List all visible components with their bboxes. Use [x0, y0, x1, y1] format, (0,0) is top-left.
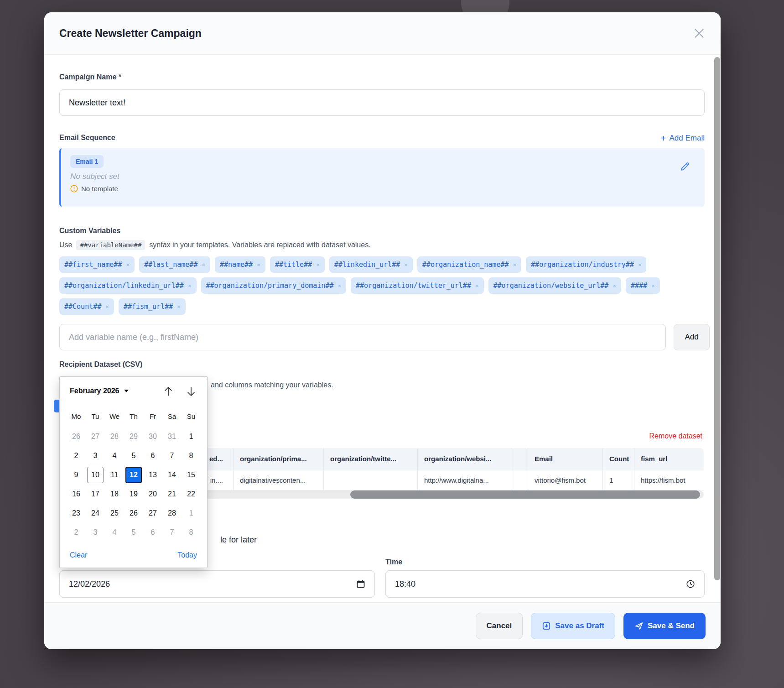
calendar-day[interactable]: 7: [162, 446, 182, 465]
calendar-day[interactable]: 18: [105, 485, 124, 504]
save-as-draft-button[interactable]: Save as Draft: [531, 613, 615, 639]
remove-variable-icon[interactable]: ×: [257, 261, 260, 268]
save-and-send-button[interactable]: Save & Send: [623, 613, 706, 639]
variable-chip: ####×: [626, 277, 660, 294]
remove-dataset-link[interactable]: Remove dataset: [649, 432, 702, 440]
calendar-day[interactable]: 28: [105, 427, 124, 446]
custom-variables-label: Custom Variables: [59, 227, 120, 235]
add-email-label: Add Email: [670, 134, 705, 143]
calendar-day[interactable]: 16: [67, 485, 86, 504]
calendar-day[interactable]: 9: [67, 465, 86, 485]
remove-variable-icon[interactable]: ×: [613, 282, 616, 289]
time-input[interactable]: 18:40: [385, 570, 705, 598]
variable-chip-label: ##organization_name##: [422, 261, 509, 269]
remove-variable-icon[interactable]: ×: [513, 261, 517, 268]
table-header-cell: Email: [528, 448, 603, 470]
cancel-button[interactable]: Cancel: [476, 613, 523, 639]
calendar-day[interactable]: 25: [105, 504, 124, 523]
calendar-day[interactable]: 22: [182, 485, 201, 504]
vertical-scrollbar-thumb[interactable]: [714, 57, 720, 580]
remove-variable-icon[interactable]: ×: [202, 261, 205, 268]
calendar-day[interactable]: 29: [124, 427, 143, 446]
calendar-day[interactable]: 12: [124, 465, 143, 485]
campaign-name-input[interactable]: [59, 89, 705, 116]
horizontal-scrollbar-thumb[interactable]: [350, 490, 700, 499]
calendar-day[interactable]: 19: [124, 485, 143, 504]
previous-month-arrow-icon[interactable]: [161, 384, 176, 399]
calendar-day[interactable]: 26: [124, 504, 143, 523]
hint-suffix: syntax in your templates. Variables are …: [149, 241, 370, 249]
email-subject-placeholder: No subject set: [70, 172, 696, 181]
add-email-button[interactable]: + Add Email: [661, 134, 705, 143]
calendar-day[interactable]: 31: [162, 427, 182, 446]
calendar-day[interactable]: 6: [143, 446, 162, 465]
calendar-day[interactable]: 1: [182, 504, 201, 523]
remove-variable-icon[interactable]: ×: [188, 282, 192, 289]
remove-variable-icon[interactable]: ×: [105, 303, 109, 310]
variable-chip: ##first_name##×: [59, 256, 135, 273]
calendar-clear-button[interactable]: Clear: [70, 551, 87, 559]
calendar-day[interactable]: 3: [86, 446, 105, 465]
remove-variable-icon[interactable]: ×: [177, 303, 181, 310]
calendar-day-headers: MoTuWeThFrSaSu: [67, 412, 201, 420]
calendar-day[interactable]: 11: [105, 465, 124, 485]
calendar-day[interactable]: 3: [86, 523, 105, 542]
edit-email-pencil-icon[interactable]: [680, 161, 691, 172]
calendar-day-header: Su: [182, 412, 201, 420]
calendar-day[interactable]: 5: [124, 446, 143, 465]
custom-variable-chips: ##first_name##×##last_name##×##name##×##…: [59, 256, 705, 315]
variable-chip: ##organization/linkedin_url##×: [59, 277, 197, 294]
date-input[interactable]: 12/02/2026: [59, 570, 375, 598]
calendar-day[interactable]: 2: [67, 446, 86, 465]
calendar-day[interactable]: 14: [162, 465, 182, 485]
time-label: Time: [385, 558, 402, 566]
variable-syntax-code: ##variableName##: [76, 240, 145, 250]
next-month-arrow-icon[interactable]: [184, 384, 198, 399]
remove-variable-icon[interactable]: ×: [337, 282, 341, 289]
close-icon[interactable]: [693, 27, 705, 39]
remove-variable-icon[interactable]: ×: [126, 261, 130, 268]
month-year-dropdown[interactable]: February 2026: [70, 387, 129, 395]
calendar-day[interactable]: 8: [182, 446, 201, 465]
clock-icon[interactable]: [686, 579, 695, 589]
add-variable-input[interactable]: [59, 324, 666, 350]
calendar-day[interactable]: 4: [105, 523, 124, 542]
table-cell: 1: [603, 470, 634, 490]
calendar-day-header: Mo: [67, 412, 86, 420]
calendar-day[interactable]: 27: [86, 427, 105, 446]
variable-chip: ##organization_name##×: [417, 256, 521, 273]
variable-chip: ##linkedin_url##×: [329, 256, 413, 273]
calendar-day[interactable]: 17: [86, 485, 105, 504]
remove-variable-icon[interactable]: ×: [638, 261, 642, 268]
calendar-day[interactable]: 20: [143, 485, 162, 504]
calendar-day[interactable]: 4: [105, 446, 124, 465]
add-variable-button[interactable]: Add: [674, 324, 710, 350]
remove-variable-icon[interactable]: ×: [316, 261, 320, 268]
calendar-day[interactable]: 23: [67, 504, 86, 523]
remove-variable-icon[interactable]: ×: [404, 261, 408, 268]
calendar-icon[interactable]: [356, 579, 365, 589]
campaign-name-label: Campaign Name *: [59, 73, 121, 81]
remove-variable-icon[interactable]: ×: [651, 282, 655, 289]
calendar-day[interactable]: 15: [182, 465, 201, 485]
calendar-day[interactable]: 30: [143, 427, 162, 446]
calendar-day[interactable]: 5: [124, 523, 143, 542]
plus-icon: +: [661, 134, 666, 143]
calendar-day[interactable]: 24: [86, 504, 105, 523]
variable-chip: ##title##×: [270, 256, 325, 273]
variable-chip: ##fism_url##×: [119, 298, 186, 315]
calendar-day[interactable]: 1: [182, 427, 201, 446]
calendar-day[interactable]: 21: [162, 485, 182, 504]
calendar-day[interactable]: 6: [143, 523, 162, 542]
calendar-day[interactable]: 8: [182, 523, 201, 542]
calendar-day[interactable]: 27: [143, 504, 162, 523]
calendar-today-button[interactable]: Today: [177, 551, 197, 559]
calendar-day[interactable]: 28: [162, 504, 182, 523]
calendar-day[interactable]: 10: [86, 465, 105, 485]
calendar-day[interactable]: 2: [67, 523, 86, 542]
save-send-label: Save & Send: [648, 621, 695, 631]
calendar-day[interactable]: 13: [143, 465, 162, 485]
remove-variable-icon[interactable]: ×: [475, 282, 479, 289]
calendar-day[interactable]: 26: [67, 427, 86, 446]
calendar-day[interactable]: 7: [162, 523, 182, 542]
